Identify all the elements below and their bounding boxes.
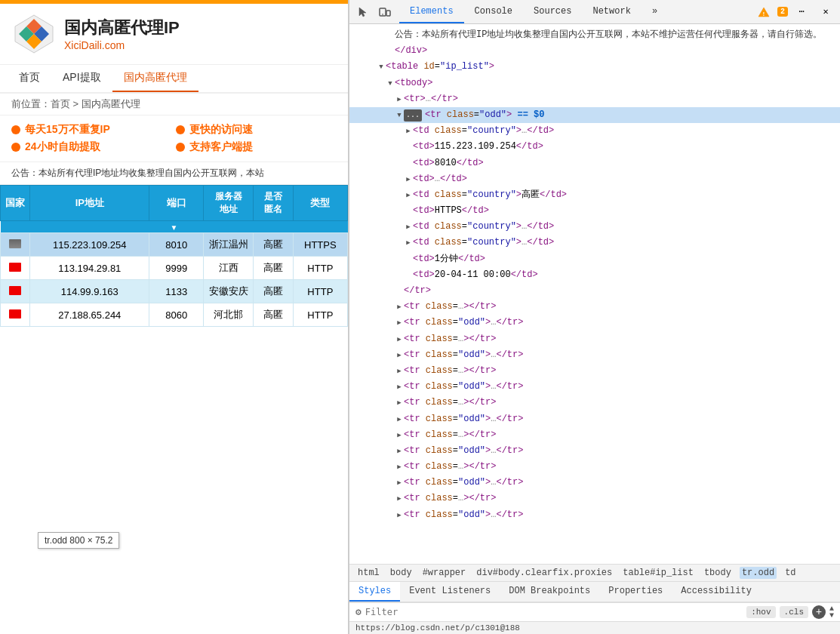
nav-home[interactable]: 首页	[8, 65, 51, 92]
features: 每天15万不重复IP 更快的访问速 24小时自助提取 支持客户端提	[0, 115, 348, 162]
breadcrumb-item-html[interactable]: html	[355, 567, 382, 579]
dom-line[interactable]: <tr class=…></tr>	[349, 427, 840, 443]
dom-line-content: <tr class="odd"> == $0	[425, 108, 544, 122]
ip-table: 国家 IP地址 端口 服务器地址 是否匿名 类型 ▼ 115.223.109.2…	[0, 185, 348, 327]
dom-line[interactable]: ▶<td>8010</td>	[349, 155, 840, 171]
table-row: 115.223.109.2548010浙江温州高匿HTTPS	[1, 233, 348, 257]
filter-add-btn[interactable]: +	[812, 605, 826, 619]
dom-line[interactable]: <table id="ip_list">	[349, 59, 840, 75]
dom-line[interactable]: <tr class=…></tr>	[349, 299, 840, 315]
dom-line[interactable]: ▶<td>HTTPS</td>	[349, 203, 840, 219]
nav-domestic[interactable]: 国内高匿代理	[112, 65, 198, 92]
dom-line[interactable]: <tr class="odd">…</tr>	[349, 347, 840, 363]
breadcrumb-item-tr-odd[interactable]: tr.odd	[740, 567, 777, 579]
feature-4: 支持客户端提	[176, 140, 337, 154]
tab-sources[interactable]: Sources	[523, 0, 582, 23]
dbt-dom-breakpoints[interactable]: DOM Breakpoints	[500, 582, 599, 602]
table-header-row: 国家 IP地址 端口 服务器地址 是否匿名 类型	[1, 186, 348, 221]
server-cell: 河北邯	[204, 303, 254, 327]
dom-line-content: <tr class="odd">…</tr>	[404, 380, 523, 394]
feature-2: 更快的访问速	[176, 123, 337, 137]
tab-console[interactable]: Console	[464, 0, 523, 23]
devtools-bottom-tabs: Styles Event Listeners DOM Breakpoints P…	[349, 582, 840, 602]
type-cell: HTTP	[293, 257, 347, 280]
table-row: 113.194.29.819999江西高匿HTTP	[1, 257, 348, 280]
close-devtools-btn[interactable]: ✕	[815, 2, 836, 23]
tab-network[interactable]: Network	[582, 0, 641, 23]
dom-line[interactable]: ▶<td>20-04-11 00:00</td>	[349, 267, 840, 283]
dom-line[interactable]: <tr class="odd">…</tr>	[349, 379, 840, 395]
more-menu-btn[interactable]: ⋯	[791, 2, 812, 23]
dom-line[interactable]: ...<tr class="odd"> == $0	[349, 107, 840, 123]
dom-line[interactable]: <tr class=…></tr>	[349, 363, 840, 379]
breadcrumb-item-body[interactable]: body	[388, 567, 414, 579]
filter-hov-tag[interactable]: :hov	[746, 606, 775, 618]
dom-line[interactable]: <tr class=…></tr>	[349, 395, 840, 411]
svg-marker-5	[359, 8, 366, 17]
dom-line-content: <tr class="odd">…</tr>	[404, 508, 523, 522]
feature-dot-4	[176, 143, 185, 152]
warning-icon-btn[interactable]: !	[753, 2, 774, 23]
breadcrumb-item--wrapper[interactable]: #wrapper	[420, 567, 469, 579]
dom-line[interactable]: <td class="country">…</td>	[349, 235, 840, 251]
dom-line[interactable]: ▶<td>1分钟</td>	[349, 251, 840, 267]
dom-line-content: <tr class=…></tr>	[404, 364, 496, 378]
tab-elements[interactable]: Elements	[399, 0, 464, 23]
device-icon-btn[interactable]	[374, 2, 395, 23]
dom-line[interactable]: ▶公告：本站所有代理IP地址均收集整理自国内公开互联网，本站不维护运营任何代理服…	[349, 27, 840, 43]
dom-line[interactable]: <tr class="odd">…</tr>	[349, 507, 840, 523]
devtools-right-icons: ! 2 ⋯ ✕	[753, 2, 836, 23]
site-nav: 首页 API提取 国内高匿代理	[0, 65, 348, 94]
type-cell: HTTP	[293, 303, 347, 327]
breadcrumb-item-div-body-clearfix-proxies[interactable]: div#body.clearfix.proxies	[474, 567, 614, 579]
dom-line-content: <tr class=…></tr>	[404, 460, 496, 474]
tab-more[interactable]: »	[642, 0, 668, 23]
dom-line-content: <tr class="odd">…</tr>	[404, 348, 523, 362]
ellipsis-btn[interactable]: ...	[404, 109, 422, 122]
devtools-toolbar: Elements Console Sources Network » ! 2 ⋯…	[349, 0, 840, 24]
dom-line[interactable]: <tr class=…></tr>	[349, 459, 840, 475]
dom-line[interactable]: ▶</div>	[349, 43, 840, 59]
ip-cell: 27.188.65.244	[30, 303, 149, 327]
filter-input[interactable]	[365, 607, 743, 617]
filter-scroll-arrows[interactable]: ▲ ▼	[829, 605, 834, 619]
dom-tree[interactable]: ▶公告：本站所有代理IP地址均收集整理自国内公开互联网，本站不维护运营任何代理服…	[349, 24, 840, 564]
breadcrumb-item-td[interactable]: td	[783, 567, 798, 579]
dom-line-content: <td>8010</td>	[413, 156, 484, 171]
svg-rect-7	[386, 11, 390, 16]
dom-line-content: <td>115.223.109.254</td>	[413, 140, 543, 154]
dom-line[interactable]: <tr class="odd">…</tr>	[349, 315, 840, 331]
dom-line[interactable]: <tbody>	[349, 75, 840, 91]
dbt-event-listeners[interactable]: Event Listeners	[400, 582, 500, 602]
table-container: tr.odd 800 × 75.2 国家 IP地址 端口 服务器地址 是否匿名 …	[0, 185, 348, 327]
breadcrumb: 前位置：首页 > 国内高匿代理	[0, 94, 348, 115]
flag-icon	[9, 263, 21, 272]
dom-line[interactable]: <tr class=…></tr>	[349, 491, 840, 506]
cursor-icon-btn[interactable]	[353, 2, 374, 23]
th-port: 端口	[149, 186, 204, 221]
dom-line[interactable]: <tr class="odd">…</tr>	[349, 411, 840, 427]
anon-cell: 高匿	[254, 257, 294, 280]
dbt-properties[interactable]: Properties	[599, 582, 672, 602]
dom-line[interactable]: ▶<td>115.223.109.254</td>	[349, 139, 840, 155]
dom-line[interactable]: <td class="country">…</td>	[349, 219, 840, 235]
devtools-tabs: Elements Console Sources Network »	[399, 0, 668, 23]
breadcrumb-item-tbody[interactable]: tbody	[702, 567, 734, 579]
dbt-styles[interactable]: Styles	[349, 582, 400, 602]
feature-dot-2	[176, 125, 185, 134]
nav-api[interactable]: API提取	[51, 65, 112, 92]
dom-line[interactable]: <tr>…</tr>	[349, 91, 840, 107]
dom-line[interactable]: <tr class="odd">…</tr>	[349, 475, 840, 491]
breadcrumb-item-table-ip-list[interactable]: table#ip_list	[620, 567, 696, 579]
dom-line[interactable]: <tr class=…></tr>	[349, 331, 840, 347]
port-cell: 1133	[149, 280, 204, 303]
dom-line[interactable]: ▶</tr>	[349, 283, 840, 299]
dbt-accessibility[interactable]: Accessibility	[672, 582, 761, 602]
dom-line[interactable]: <td class="country">…</td>	[349, 123, 840, 139]
dom-line[interactable]: <td class="country">高匿</td>	[349, 187, 840, 203]
dom-line[interactable]: <tr class="odd">…</tr>	[349, 443, 840, 459]
dom-line-content: <td class="country">…</td>	[413, 220, 554, 234]
anon-cell: 高匿	[254, 303, 294, 327]
dom-line[interactable]: <td>…</td>	[349, 171, 840, 187]
filter-cls-tag[interactable]: .cls	[780, 606, 808, 618]
